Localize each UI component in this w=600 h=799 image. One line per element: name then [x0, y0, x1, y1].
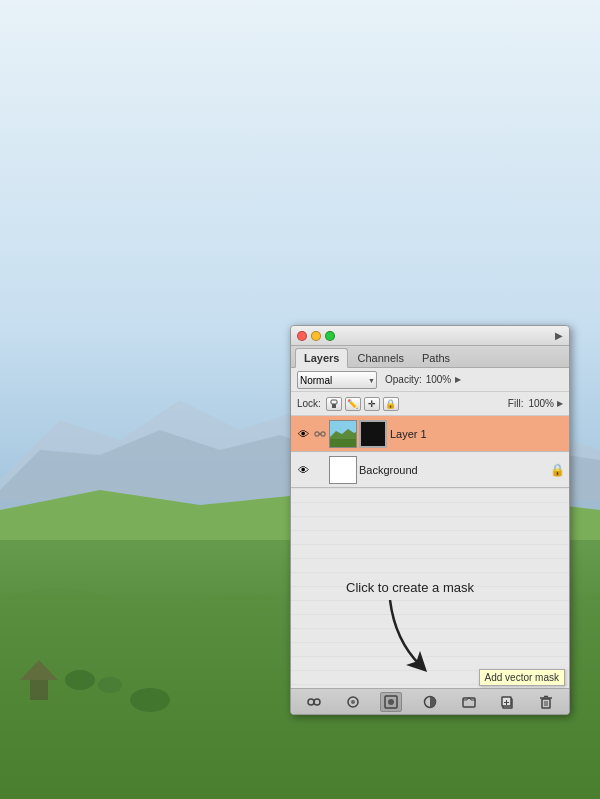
layers-panel: ▶ Layers Channels Paths Normal Multiply …	[290, 325, 570, 715]
layer-thumb-landscape	[329, 420, 357, 448]
layers-empty-area	[291, 488, 569, 688]
svg-rect-11	[332, 404, 336, 408]
tab-layers[interactable]: Layers	[295, 348, 348, 368]
svg-point-21	[314, 699, 320, 705]
visibility-toggle-background[interactable]: 👁	[295, 462, 311, 478]
create-new-group-button[interactable]	[458, 692, 480, 712]
layer-mask-thumb	[359, 420, 387, 448]
panel-toolbar: Add vector mask	[291, 688, 569, 714]
add-layer-mask-button[interactable]	[380, 692, 402, 712]
create-new-layer-button[interactable]	[496, 692, 518, 712]
svg-rect-13	[321, 432, 325, 436]
tab-channels[interactable]: Channels	[348, 348, 412, 368]
layer-row-background[interactable]: 👁 Background 🔒	[291, 452, 569, 488]
svg-marker-17	[330, 439, 357, 448]
layer-name-background: Background	[359, 464, 550, 476]
background-spacer	[313, 463, 327, 477]
opacity-value: 100%	[426, 374, 452, 385]
svg-rect-28	[463, 698, 475, 707]
blend-mode-select[interactable]: Normal Multiply Screen	[297, 371, 377, 389]
panel-menu-arrow[interactable]: ▶	[555, 330, 563, 341]
close-button[interactable]	[297, 331, 307, 341]
svg-point-20	[308, 699, 314, 705]
layers-list: 👁 Laye	[291, 416, 569, 488]
background-lock-icon: 🔒	[550, 463, 565, 477]
lock-pixels-btn[interactable]	[326, 397, 342, 411]
svg-rect-18	[361, 422, 387, 448]
layer-chain-icon	[313, 427, 327, 441]
layer-row-layer1[interactable]: 👁 Laye	[291, 416, 569, 452]
tab-paths[interactable]: Paths	[413, 348, 459, 368]
layer-thumb-background	[329, 456, 357, 484]
fill-label: Fill:	[508, 398, 524, 409]
svg-point-24	[351, 700, 355, 704]
maximize-button[interactable]	[325, 331, 335, 341]
opacity-arrow[interactable]: ▶	[455, 375, 461, 384]
minimize-button[interactable]	[311, 331, 321, 341]
fill-arrow[interactable]: ▶	[557, 399, 563, 408]
lock-all-btn[interactable]: 🔒	[383, 397, 399, 411]
window-buttons	[297, 331, 335, 341]
lock-position-btn[interactable]: ✛	[364, 397, 380, 411]
add-layer-style-button[interactable]	[342, 692, 364, 712]
fill-value: 100%	[528, 398, 554, 409]
visibility-toggle-layer1[interactable]: 👁	[295, 426, 311, 442]
add-vector-mask-tooltip: Add vector mask	[479, 669, 565, 686]
panel-titlebar: ▶	[291, 326, 569, 346]
panel-tabs: Layers Channels Paths	[291, 346, 569, 368]
blend-mode-wrapper[interactable]: Normal Multiply Screen	[297, 370, 377, 390]
blend-opacity-row: Normal Multiply Screen Opacity: 100% ▶	[291, 368, 569, 392]
svg-point-26	[388, 699, 394, 705]
lock-label: Lock:	[297, 398, 321, 409]
svg-rect-33	[542, 699, 550, 708]
svg-rect-12	[315, 432, 319, 436]
layer-name-layer1: Layer 1	[390, 428, 565, 440]
new-fill-adjustment-button[interactable]	[419, 692, 441, 712]
lock-image-btn[interactable]: ✏️	[345, 397, 361, 411]
svg-rect-19	[330, 457, 357, 484]
svg-rect-10	[331, 400, 337, 404]
opacity-label: Opacity:	[385, 374, 422, 385]
lock-fill-row: Lock: ✏️ ✛ 🔒 Fill: 100% ▶	[291, 392, 569, 416]
link-layers-button[interactable]	[303, 692, 325, 712]
delete-layer-button[interactable]	[535, 692, 557, 712]
